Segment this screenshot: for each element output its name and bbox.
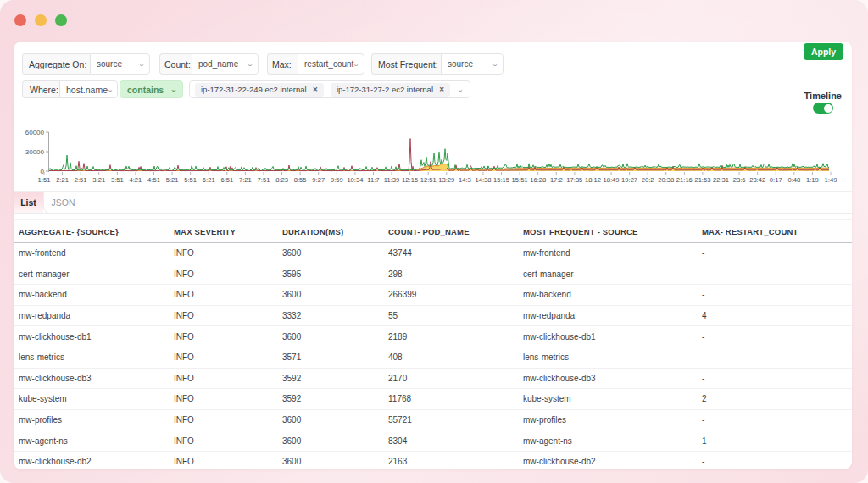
table-cell: - — [702, 332, 852, 341]
table-cell: mw-clickhouse-db1 — [523, 332, 702, 341]
axis-tick-label: 5:51 — [184, 176, 197, 184]
chip-text: ip-172-31-22-249.ec2.internal — [201, 85, 307, 94]
remove-chip-icon[interactable]: ✕ — [313, 86, 318, 93]
chevron-down-icon: ⌄ — [457, 86, 465, 92]
aggregation-label: Aggregate On: — [22, 53, 90, 75]
table-cell: 3600 — [282, 332, 388, 341]
chevron-down-icon: ⌄ — [170, 86, 178, 92]
table-cell: kube-system — [19, 394, 174, 403]
table-row[interactable]: cert-managerINFO3595298cert-manager- — [14, 264, 852, 286]
table-cell: - — [702, 290, 852, 299]
axis-tick-label: 3:21 — [92, 176, 105, 184]
axis-tick-label: 60000 — [25, 129, 45, 136]
axis-tick-label: 11:39 — [384, 176, 399, 184]
table-row[interactable]: kube-systemINFO359211768kube-system2 — [14, 389, 852, 410]
table-header-row: AGGREGATE- {SOURCE}MAX SEVERITYDURATION(… — [14, 219, 852, 243]
axis-tick-label: 19:27 — [621, 176, 637, 184]
table-cell: 8304 — [388, 436, 523, 446]
apply-button[interactable]: Apply — [804, 43, 843, 60]
aggregation-value: source — [448, 59, 473, 69]
axis-tick-label: 12:51 — [420, 176, 437, 184]
table-cell: INFO — [174, 415, 282, 425]
table-cell: INFO — [174, 248, 282, 258]
aggregation-toolbar: Aggregate On:source⌄Count:pod_name⌄Max:r… — [22, 53, 504, 75]
axis-tick-label: 5:21 — [166, 176, 179, 184]
aggregation-select[interactable]: source⌄ — [441, 53, 504, 75]
aggregation-label: Most Frequent: — [371, 53, 441, 75]
table-row[interactable]: mw-clickhouse-db2INFO36002163mw-clickhou… — [14, 452, 852, 469]
axis-tick-label: 23:6 — [733, 176, 746, 184]
chip-text: ip-172-31-27-2.ec2.internal — [337, 85, 433, 94]
table-cell: INFO — [174, 353, 282, 362]
column-header[interactable]: MAX SEVERITY — [174, 227, 282, 236]
axis-tick-label: 6:51 — [220, 176, 233, 184]
table-cell: 2163 — [388, 457, 523, 466]
table-cell: mw-frontend — [523, 248, 702, 258]
table-cell: mw-profiles — [19, 415, 174, 425]
column-header[interactable]: MAX- RESTART_COUNT — [702, 227, 852, 236]
table-row[interactable]: mw-redpandaINFO333255mw-redpanda4 — [14, 306, 852, 327]
table-cell: mw-backend — [523, 290, 702, 299]
table-cell: mw-clickhouse-db2 — [19, 457, 174, 466]
chevron-down-icon: ⌄ — [353, 61, 360, 67]
table-cell: mw-redpanda — [19, 311, 174, 320]
table-cell: 2170 — [388, 374, 523, 383]
axis-tick-label: 9:27 — [312, 176, 325, 184]
axis-tick-label: 14:3 — [459, 176, 471, 184]
axis-tick-label: 14:38 — [475, 176, 491, 184]
results-table: AGGREGATE- {SOURCE}MAX SEVERITYDURATION(… — [14, 219, 852, 469]
query-panel: Aggregate On:source⌄Count:pod_name⌄Max:r… — [14, 42, 852, 469]
axis-tick-label: 13:29 — [438, 176, 454, 184]
column-header[interactable]: AGGREGATE- {SOURCE} — [19, 227, 174, 236]
table-cell: 3595 — [282, 269, 388, 279]
table-cell: 3332 — [282, 311, 388, 320]
column-header[interactable]: MOST FREQUENT - SOURCE — [523, 227, 702, 236]
axis-tick-label: 10:34 — [347, 176, 363, 184]
axis-tick-label: 21:16 — [676, 176, 693, 184]
axis-tick-label: 2:51 — [75, 176, 87, 184]
view-tabs: ListJSON — [14, 191, 852, 214]
table-cell: mw-agent-ns — [19, 436, 174, 446]
axis-tick-label: 30000 — [25, 148, 45, 156]
where-field-select[interactable]: host.name ⌄ — [59, 80, 118, 98]
aggregation-value: restart_count — [304, 59, 353, 69]
table-cell: mw-clickhouse-db3 — [523, 374, 702, 383]
aggregation-select[interactable]: pod_name⌄ — [192, 53, 259, 75]
axis-tick-label: 21:53 — [694, 176, 710, 184]
table-cell: INFO — [174, 436, 282, 446]
table-cell: 3600 — [282, 248, 388, 258]
where-values-select[interactable]: ip-172-31-22-249.ec2.internal✕ip-172-31-… — [189, 80, 470, 98]
table-cell: lens-metrics — [19, 353, 174, 362]
zoom-window-icon[interactable] — [55, 14, 67, 26]
axis-tick-label: 18:49 — [604, 176, 620, 184]
remove-chip-icon[interactable]: ✕ — [439, 86, 444, 93]
table-row[interactable]: mw-clickhouse-db3INFO35922170mw-clickhou… — [14, 369, 852, 390]
minimize-window-icon[interactable] — [35, 14, 47, 26]
tab-json[interactable]: JSON — [43, 192, 82, 214]
column-header[interactable]: COUNT- POD_NAME — [388, 227, 523, 236]
where-operator-value: contains — [127, 85, 164, 95]
table-row[interactable]: mw-frontendINFO360043744mw-frontend- — [14, 243, 852, 264]
table-row[interactable]: mw-clickhouse-db1INFO36002189mw-clickhou… — [14, 326, 852, 347]
close-window-icon[interactable] — [14, 14, 26, 26]
table-cell: mw-backend — [19, 290, 174, 299]
table-cell: INFO — [174, 332, 282, 341]
aggregation-value: pod_name — [198, 59, 238, 69]
axis-tick-label: 8:23 — [275, 176, 288, 184]
table-cell: 3592 — [282, 374, 388, 383]
table-row[interactable]: mw-profilesINFO360055721mw-profiles- — [14, 410, 852, 431]
aggregation-select[interactable]: restart_count⌄ — [298, 53, 364, 75]
axis-tick-label: 17:2 — [550, 176, 563, 184]
axis-tick-label: 7:51 — [258, 176, 270, 184]
table-cell: 4 — [702, 311, 852, 320]
where-operator-select[interactable]: contains ⌄ — [120, 80, 183, 98]
tab-list[interactable]: List — [14, 192, 43, 213]
table-row[interactable]: lens-metricsINFO3571408lens-metrics- — [14, 347, 852, 369]
timeline-toggle[interactable] — [813, 103, 833, 114]
table-row[interactable]: mw-agent-nsINFO36008304mw-agent-ns1 — [14, 430, 852, 452]
timeline-chart: 030000600001:512:212:513:213:514:214:515… — [14, 123, 852, 190]
table-row[interactable]: mw-backendINFO3600266399mw-backend- — [14, 285, 852, 306]
column-header[interactable]: DURATION(MS) — [282, 227, 388, 236]
axis-tick-label: 7:21 — [239, 176, 252, 184]
aggregation-select[interactable]: source⌄ — [90, 53, 150, 75]
